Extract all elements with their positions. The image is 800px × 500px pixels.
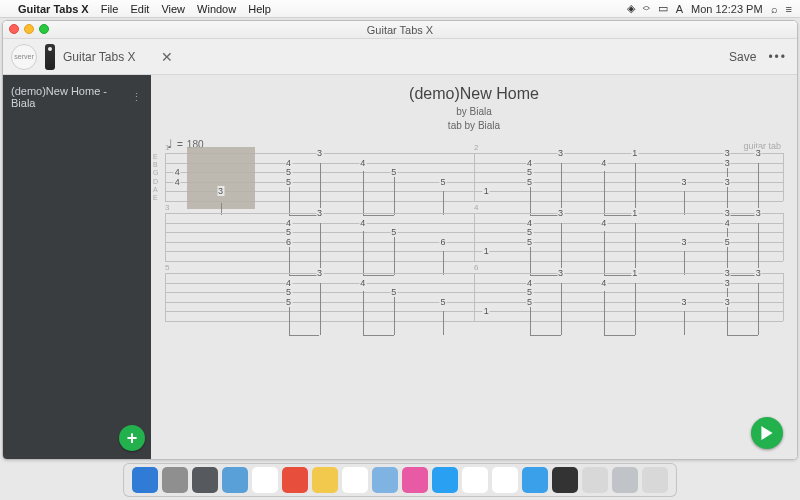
fret-number[interactable]: 5 bbox=[526, 167, 533, 177]
fret-number[interactable]: 4 bbox=[285, 278, 292, 288]
dock-app-icon[interactable] bbox=[162, 467, 188, 493]
fret-number[interactable]: 3 bbox=[316, 268, 323, 278]
menu-file[interactable]: File bbox=[101, 3, 119, 15]
fret-number[interactable]: 4 bbox=[174, 177, 181, 187]
keyboard-icon[interactable]: A bbox=[676, 3, 683, 15]
fret-number[interactable]: 3 bbox=[316, 148, 323, 158]
dock-app-icon[interactable] bbox=[192, 467, 218, 493]
fret-number[interactable]: 5 bbox=[285, 177, 292, 187]
fret-number[interactable]: 3 bbox=[724, 177, 731, 187]
fret-number[interactable]: 5 bbox=[526, 237, 533, 247]
fret-number[interactable]: 4 bbox=[724, 218, 731, 228]
battery-icon[interactable]: ▭ bbox=[658, 2, 668, 15]
fret-number[interactable]: 5 bbox=[390, 287, 397, 297]
fret-number[interactable]: 5 bbox=[526, 287, 533, 297]
fret-number[interactable]: 3 bbox=[724, 268, 731, 278]
dock-app-icon[interactable] bbox=[132, 467, 158, 493]
tab-staff[interactable]: 4434553455145534133333 bbox=[165, 153, 783, 201]
fret-number[interactable]: 5 bbox=[285, 167, 292, 177]
fret-number[interactable]: 4 bbox=[526, 218, 533, 228]
fret-number[interactable]: 3 bbox=[724, 148, 731, 158]
dock-app-icon[interactable] bbox=[372, 467, 398, 493]
fret-number[interactable]: 6 bbox=[285, 237, 292, 247]
menu-view[interactable]: View bbox=[161, 3, 185, 15]
fret-number[interactable]: 4 bbox=[359, 278, 366, 288]
fret-number[interactable]: 4 bbox=[359, 218, 366, 228]
zoom-window-button[interactable] bbox=[39, 24, 49, 34]
wifi-icon[interactable]: ⌔ bbox=[643, 3, 650, 15]
kebab-icon[interactable]: ⋮ bbox=[131, 91, 143, 104]
dock-app-icon[interactable] bbox=[612, 467, 638, 493]
shield-icon[interactable]: ◈ bbox=[627, 2, 635, 15]
fret-number[interactable]: 3 bbox=[755, 208, 762, 218]
fret-number[interactable]: 5 bbox=[526, 177, 533, 187]
dock-app-icon[interactable] bbox=[252, 467, 278, 493]
fret-number[interactable]: 3 bbox=[681, 177, 688, 187]
dock-app-icon[interactable] bbox=[342, 467, 368, 493]
fret-number[interactable]: 5 bbox=[285, 227, 292, 237]
selection-highlight[interactable] bbox=[187, 147, 255, 209]
menu-app-name[interactable]: Guitar Tabs X bbox=[18, 3, 89, 15]
fret-number[interactable]: 1 bbox=[631, 208, 638, 218]
fret-number[interactable]: 3 bbox=[557, 148, 564, 158]
fret-number[interactable]: 4 bbox=[174, 167, 181, 177]
fret-number[interactable]: 5 bbox=[390, 227, 397, 237]
fret-number[interactable]: 4 bbox=[526, 278, 533, 288]
menu-window[interactable]: Window bbox=[197, 3, 236, 15]
fret-number[interactable]: 3 bbox=[724, 158, 731, 168]
dock-app-icon[interactable] bbox=[522, 467, 548, 493]
spotlight-icon[interactable]: ⌕ bbox=[771, 3, 778, 15]
fret-number[interactable]: 4 bbox=[600, 158, 607, 168]
sidebar-item-song[interactable]: (demo)New Home - Biala ⋮ bbox=[3, 79, 151, 115]
dock-app-icon[interactable] bbox=[222, 467, 248, 493]
staff-row[interactable]: 12guitar tabEBGDAE4434553455145534133333 bbox=[165, 153, 783, 201]
fret-number[interactable]: 5 bbox=[390, 167, 397, 177]
fret-number[interactable]: 5 bbox=[724, 237, 731, 247]
menubar-clock[interactable]: Mon 12:23 PM bbox=[691, 3, 763, 15]
dock-app-icon[interactable] bbox=[462, 467, 488, 493]
dock-app-icon[interactable] bbox=[282, 467, 308, 493]
window-titlebar[interactable]: Guitar Tabs X bbox=[3, 21, 797, 39]
fret-number[interactable]: 5 bbox=[440, 177, 447, 187]
fret-number[interactable]: 4 bbox=[600, 218, 607, 228]
staff-row[interactable]: 344563456145534133453 bbox=[165, 213, 783, 261]
dock-app-icon[interactable] bbox=[492, 467, 518, 493]
fret-number[interactable]: 1 bbox=[483, 246, 490, 256]
play-button[interactable] bbox=[751, 417, 783, 449]
dock-app-icon[interactable] bbox=[402, 467, 428, 493]
menu-edit[interactable]: Edit bbox=[130, 3, 149, 15]
fret-number[interactable]: 4 bbox=[285, 158, 292, 168]
fret-number[interactable]: 1 bbox=[631, 148, 638, 158]
server-badge[interactable]: server bbox=[11, 44, 37, 70]
fret-number[interactable]: 4 bbox=[526, 158, 533, 168]
dock-app-icon[interactable] bbox=[432, 467, 458, 493]
fret-number[interactable]: 3 bbox=[681, 297, 688, 307]
dock-app-icon[interactable] bbox=[312, 467, 338, 493]
fret-number[interactable]: 4 bbox=[359, 158, 366, 168]
fret-number[interactable]: 3 bbox=[724, 208, 731, 218]
fret-number[interactable]: 4 bbox=[285, 218, 292, 228]
tab-staff[interactable]: 4563456145534133453 bbox=[165, 213, 783, 261]
fret-number[interactable]: 3 bbox=[724, 297, 731, 307]
fret-number[interactable]: 1 bbox=[483, 186, 490, 196]
tab-canvas[interactable]: (demo)New Home by Biala tab by Biala ♩ =… bbox=[151, 75, 797, 459]
dock-app-icon[interactable] bbox=[552, 467, 578, 493]
fret-number[interactable]: 3 bbox=[316, 208, 323, 218]
staff-row[interactable]: 564553455145534133333 bbox=[165, 273, 783, 321]
fret-number[interactable]: 1 bbox=[483, 306, 490, 316]
dock-app-icon[interactable] bbox=[582, 467, 608, 493]
more-button[interactable]: ••• bbox=[768, 50, 787, 64]
fret-number[interactable]: 3 bbox=[755, 148, 762, 158]
fret-number[interactable]: 5 bbox=[526, 227, 533, 237]
fret-number[interactable]: 5 bbox=[285, 287, 292, 297]
save-button[interactable]: Save bbox=[729, 50, 756, 64]
fret-number[interactable]: 5 bbox=[526, 297, 533, 307]
fret-number[interactable]: 3 bbox=[755, 268, 762, 278]
fret-number[interactable]: 3 bbox=[217, 186, 224, 196]
fret-number[interactable]: 6 bbox=[440, 237, 447, 247]
fret-number[interactable]: 3 bbox=[557, 208, 564, 218]
fret-number[interactable]: 5 bbox=[285, 297, 292, 307]
fret-number[interactable]: 3 bbox=[557, 268, 564, 278]
minimize-window-button[interactable] bbox=[24, 24, 34, 34]
fret-number[interactable]: 3 bbox=[724, 278, 731, 288]
